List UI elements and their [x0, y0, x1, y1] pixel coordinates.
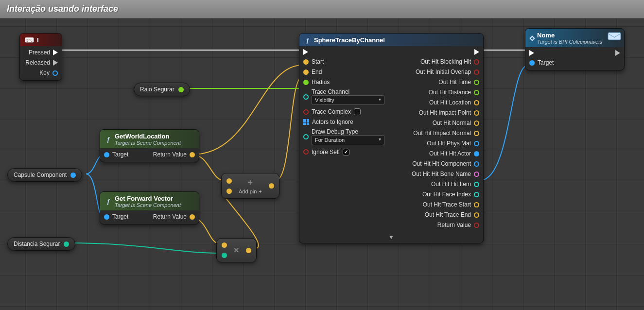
pin-exec-in[interactable]: [529, 50, 534, 56]
var-capsule-component[interactable]: Capsule Component: [7, 168, 82, 182]
pin-label: Target: [112, 151, 128, 158]
ignore-self-checkbox[interactable]: [343, 149, 349, 155]
pin-out-distance[interactable]: Out Hit Distance: [429, 89, 479, 96]
plus-small-icon: +: [259, 189, 261, 194]
pin-end[interactable]: End: [303, 69, 322, 75]
pin-exec-in[interactable]: [303, 49, 308, 55]
pin-trace-channel[interactable]: Trace Channel Visibility: [303, 89, 384, 105]
node-vector-add[interactable]: + Add pin +: [221, 173, 279, 199]
pin-in-b[interactable]: [226, 189, 232, 194]
pin-dot: [474, 141, 479, 146]
pin-exec-out[interactable]: [615, 50, 620, 56]
pin-out[interactable]: [64, 241, 69, 247]
pin-out-initial-overlap[interactable]: Out Hit Initial Overlap: [416, 69, 479, 75]
node-sphere-trace-by-channel[interactable]: f SphereTraceByChannel Start End Radius …: [299, 33, 484, 243]
pin-dot: [474, 90, 479, 95]
node-title: Get Forward Vector: [115, 195, 173, 202]
pin-dot: [474, 151, 479, 156]
expand-arrow-icon[interactable]: ▼: [299, 232, 483, 243]
node-vector-multiply[interactable]: ×: [216, 238, 257, 262]
pin-out-impact-point[interactable]: Out Hit Impact Point: [419, 109, 479, 116]
exec-out-icon: [53, 50, 58, 55]
pin-dot: [529, 60, 535, 66]
pin-dot: [303, 80, 309, 85]
function-icon: f: [105, 198, 112, 205]
pin-dot: [474, 161, 479, 167]
draw-debug-select[interactable]: For Duration: [312, 135, 384, 145]
node-get-forward-vector[interactable]: f Get Forward Vector Target is Scene Com…: [100, 191, 199, 224]
node-nome[interactable]: Nome Target is BPI Colecionaveis Target: [525, 28, 625, 70]
pin-dot: [474, 192, 479, 197]
pin-label: Out Hit Hit Item: [431, 181, 471, 188]
trace-complex-checkbox[interactable]: [354, 108, 361, 115]
select-value: Visibility: [315, 97, 334, 103]
node-input-event-i[interactable]: ⌨ I Pressed Released Key: [19, 33, 62, 81]
pin-pressed[interactable]: Pressed: [29, 49, 58, 56]
pin-actors-to-ignore[interactable]: Actors to Ignore: [303, 119, 353, 125]
pin-return-value[interactable]: Return Value: [437, 222, 479, 228]
node-header: ⌨ I: [20, 34, 62, 46]
pin-out-normal[interactable]: Out Hit Normal: [433, 120, 479, 126]
pin-out-trace-end[interactable]: Out Hit Trace End: [425, 211, 479, 218]
pin-in-b[interactable]: [222, 253, 227, 258]
pin-dot: [474, 69, 479, 75]
pin-label: Out Hit Initial Overlap: [416, 69, 471, 75]
pin-trace-complex[interactable]: Trace Complex: [303, 108, 361, 115]
plus-icon: +: [248, 177, 253, 188]
pin-in-a[interactable]: [226, 178, 232, 184]
pin-out-bone-name[interactable]: Out Hit Hit Bone Name: [412, 171, 479, 177]
pin-radius[interactable]: Radius: [303, 79, 330, 86]
var-raio-segurar[interactable]: Raio Segurar: [134, 83, 190, 96]
pin-released[interactable]: Released: [25, 59, 58, 66]
pin-label: Out Hit Normal: [433, 120, 471, 126]
pin-label: Out Hit Impact Point: [419, 109, 471, 116]
pin-return[interactable]: Return Value: [153, 213, 195, 220]
pin-target[interactable]: Target: [104, 213, 128, 220]
pin-label: Trace Channel: [312, 89, 384, 95]
pin-out-trace-start[interactable]: Out Hit Trace Start: [423, 201, 479, 208]
node-subtitle: Target is Scene Component: [115, 140, 181, 146]
pin-out-face-index[interactable]: Out Hit Face Index: [422, 191, 479, 198]
exec-out-icon: [53, 60, 58, 66]
pin-out-impact-normal[interactable]: Out Hit Impact Normal: [413, 130, 479, 137]
pin-out-hit-actor[interactable]: Out Hit Hit Actor: [429, 150, 479, 157]
pin-target[interactable]: Target: [529, 59, 554, 66]
exec-in-icon: [529, 50, 534, 56]
pin-in-a[interactable]: [222, 242, 227, 248]
pin-dot: [52, 70, 58, 76]
pin-exec-out[interactable]: [474, 49, 479, 55]
pill-label: Raio Segurar: [140, 86, 174, 93]
select-value: For Duration: [315, 137, 345, 143]
pin-ignore-self[interactable]: Ignore Self: [303, 149, 349, 155]
add-pin-button[interactable]: Add pin +: [239, 189, 262, 194]
pin-out[interactable]: [246, 248, 251, 253]
pin-out-blocking-hit[interactable]: Out Hit Blocking Hit: [420, 58, 479, 65]
pin-out-hit-item[interactable]: Out Hit Hit Item: [431, 181, 479, 188]
pin-out-location[interactable]: Out Hit Location: [429, 99, 479, 106]
pin-start[interactable]: Start: [303, 58, 324, 65]
pin-label: Radius: [312, 79, 330, 86]
pin-label: Out Hit Hit Component: [412, 160, 471, 167]
pin-out[interactable]: [178, 87, 184, 92]
pin-label: Trace Complex: [312, 108, 351, 115]
node-title: SphereTraceByChannel: [314, 36, 385, 44]
pin-out-phys-mat[interactable]: Out Hit Phys Mat: [427, 140, 479, 147]
node-header: f GetWorldLocation Target is Scene Compo…: [100, 130, 199, 148]
keyboard-icon: ⌨: [25, 36, 34, 44]
node-get-world-location[interactable]: f GetWorldLocation Target is Scene Compo…: [100, 129, 199, 162]
pin-out[interactable]: [70, 172, 76, 178]
pin-dot: [474, 110, 479, 116]
pin-out-time[interactable]: Out Hit Time: [438, 79, 479, 86]
pin-out-hit-component[interactable]: Out Hit Hit Component: [412, 160, 479, 167]
pin-label: Released: [25, 59, 50, 66]
trace-channel-select[interactable]: Visibility: [312, 95, 384, 105]
graph-canvas[interactable]: ⌨ I Pressed Released Key Raio Segurar Ca…: [0, 18, 644, 310]
pin-label: Out Hit Trace Start: [423, 201, 471, 208]
var-distancia-segurar[interactable]: Distancia Segurar: [7, 237, 75, 251]
pin-draw-debug-type[interactable]: Draw Debug Type For Duration: [303, 129, 384, 145]
pin-target[interactable]: Target: [104, 151, 128, 158]
pin-out[interactable]: [269, 183, 274, 189]
pill-label: Distancia Segurar: [14, 241, 60, 247]
pin-key[interactable]: Key: [39, 69, 58, 76]
pin-return[interactable]: Return Value: [153, 151, 195, 158]
